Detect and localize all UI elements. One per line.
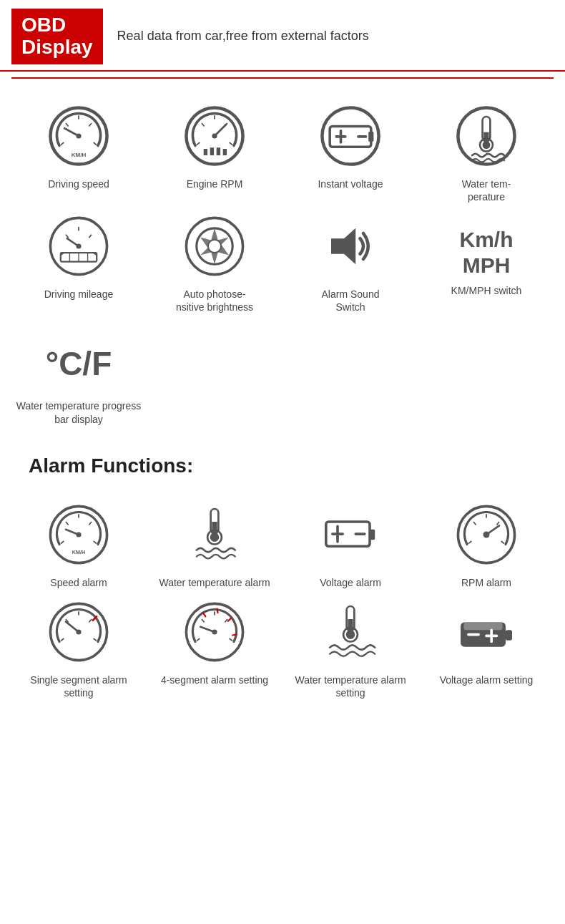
- page-header: OBD Display Real data from car,free from…: [0, 0, 565, 72]
- svg-line-92: [225, 619, 227, 623]
- feature-driving-speed-label: Driving speed: [48, 177, 109, 190]
- svg-line-56: [94, 541, 97, 544]
- svg-rect-15: [223, 149, 227, 155]
- svg-rect-62: [370, 530, 375, 540]
- water-temp-alarm-icon: [179, 499, 250, 570]
- svg-line-69: [468, 541, 472, 544]
- feature-four-segment-label: 4-segment alarm setting: [161, 673, 268, 686]
- svg-line-88: [232, 635, 236, 636]
- svg-rect-23: [368, 131, 373, 141]
- feature-rpm-alarm-label: RPM alarm: [461, 576, 511, 589]
- feature-driving-mileage: Driving mileage: [14, 210, 143, 313]
- battery-icon: [315, 100, 386, 172]
- feature-rpm-alarm: RPM alarm: [422, 499, 551, 589]
- alarm-section-header: Alarm Functions:: [0, 440, 565, 492]
- voltage-alarm-icon: [315, 499, 386, 570]
- feature-speed-alarm: KM/H Speed alarm: [14, 499, 143, 589]
- feature-speed-alarm-label: Speed alarm: [50, 576, 107, 589]
- svg-point-11: [212, 133, 217, 138]
- svg-rect-12: [204, 149, 207, 155]
- svg-line-17: [202, 123, 205, 127]
- feature-alarm-sound: Alarm SoundSwitch: [286, 210, 415, 313]
- svg-line-36: [89, 235, 92, 238]
- svg-text:KM/H: KM/H: [72, 549, 85, 555]
- feature-engine-rpm: Engine RPM: [150, 100, 279, 203]
- single-segment-icon: [43, 596, 114, 668]
- feature-voltage-setting-label: Voltage alarm setting: [440, 673, 534, 686]
- feature-alarm-sound-label: Alarm SoundSwitch: [322, 288, 380, 313]
- feature-water-temp-alarm: Water temperature alarm: [150, 499, 279, 589]
- feature-engine-rpm-label: Engine RPM: [187, 177, 243, 190]
- svg-line-4: [61, 142, 64, 145]
- feature-single-segment-label: Single segment alarm setting: [14, 673, 143, 699]
- svg-line-85: [203, 613, 206, 616]
- rpm-gauge-icon: [179, 100, 250, 172]
- svg-line-93: [230, 638, 233, 641]
- temp-display-label: Water temperature progress bar display: [14, 399, 143, 425]
- alarm-features-grid: KM/H Speed alarm Water temper: [0, 492, 565, 714]
- feature-four-segment: 4-segment alarm setting: [150, 596, 279, 699]
- water-temp-setting-icon: [315, 596, 386, 668]
- feature-water-temp-setting-label: Water temperature alarm setting: [286, 673, 415, 699]
- logo: OBD Display: [11, 9, 103, 64]
- feature-km-mph: Km/hMPH KM/MPH switch: [422, 210, 551, 313]
- logo-line1: OBD: [21, 14, 93, 37]
- svg-rect-14: [217, 147, 220, 155]
- svg-line-87: [228, 618, 232, 621]
- svg-point-43: [76, 243, 81, 248]
- alarm-section-title: Alarm Functions:: [14, 447, 551, 492]
- svg-marker-47: [331, 228, 355, 264]
- svg-point-60: [210, 532, 220, 542]
- svg-text:KM/H: KM/H: [72, 151, 87, 157]
- speed-alarm-icon: KM/H: [43, 499, 114, 570]
- feature-water-temp: Water tem-perature: [422, 100, 551, 203]
- svg-point-68: [483, 531, 490, 538]
- feature-voltage-alarm: Voltage alarm: [286, 499, 415, 589]
- svg-line-55: [89, 522, 92, 525]
- temp-symbol: °C/F: [46, 328, 112, 399]
- svg-point-31: [483, 141, 491, 149]
- svg-line-70: [473, 522, 476, 525]
- svg-line-77: [61, 638, 64, 641]
- svg-line-80: [89, 619, 92, 623]
- svg-line-90: [202, 619, 205, 623]
- temp-display-row: °C/F Water temperature progress bar disp…: [0, 328, 565, 439]
- svg-line-7: [89, 123, 92, 127]
- svg-point-46: [208, 240, 221, 253]
- feature-km-mph-label: KM/MPH switch: [451, 284, 522, 297]
- speedometer-icon: KM/H: [43, 100, 114, 172]
- svg-line-53: [66, 522, 69, 525]
- svg-line-5: [66, 123, 69, 127]
- svg-line-72: [496, 522, 499, 525]
- svg-line-89: [197, 638, 200, 641]
- feature-driving-speed: KM/H Driving speed: [14, 100, 143, 203]
- logo-line2: Display: [21, 37, 93, 59]
- odometer-icon: [43, 210, 114, 282]
- svg-line-52: [61, 541, 64, 544]
- svg-line-20: [230, 142, 233, 145]
- water-temp-icon: [451, 100, 522, 172]
- feature-water-temp-setting: Water temperature alarm setting: [286, 596, 415, 699]
- feature-auto-brightness-label: Auto photose-nsitive brightness: [176, 288, 253, 313]
- obd-features-grid: KM/H Driving speed: [0, 93, 565, 329]
- svg-line-73: [501, 541, 505, 544]
- temp-display-item: °C/F Water temperature progress bar disp…: [14, 328, 143, 425]
- feature-instant-voltage-label: Instant voltage: [318, 177, 383, 190]
- svg-point-2: [76, 133, 81, 138]
- feature-instant-voltage: Instant voltage: [286, 100, 415, 203]
- kmmph-text-display: Km/hMPH: [460, 227, 514, 278]
- header-divider: [11, 77, 554, 79]
- rpm-alarm-icon: [451, 499, 522, 570]
- feature-voltage-setting: Voltage alarm setting: [422, 596, 551, 699]
- feature-water-temp-alarm-label: Water temperature alarm: [159, 576, 270, 589]
- svg-line-81: [94, 638, 97, 641]
- svg-point-50: [76, 532, 81, 537]
- feature-voltage-alarm-label: Voltage alarm: [320, 576, 381, 589]
- feature-single-segment: Single segment alarm setting: [14, 596, 143, 699]
- svg-line-34: [66, 235, 69, 238]
- feature-auto-brightness: Auto photose-nsitive brightness: [150, 210, 279, 313]
- feature-driving-mileage-label: Driving mileage: [44, 288, 113, 301]
- feature-water-temp-label: Water tem-perature: [462, 177, 511, 203]
- svg-line-16: [197, 142, 200, 145]
- aperture-icon: [179, 210, 250, 282]
